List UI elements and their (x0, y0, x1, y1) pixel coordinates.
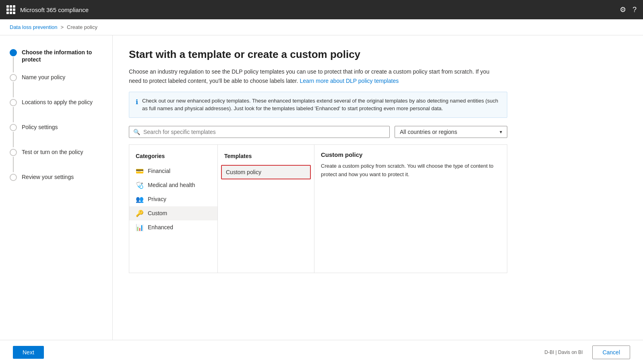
step-circle-3 (10, 99, 17, 106)
chevron-down-icon: ▾ (500, 129, 502, 135)
step-connector-5 (10, 148, 17, 173)
topbar: Microsoft 365 compliance ⚙ ? (0, 0, 643, 19)
step-line-5 (13, 157, 14, 172)
step-connector-3 (10, 98, 17, 123)
detail-title: Custom policy (321, 151, 500, 158)
step-circle-2 (10, 74, 17, 81)
category-item-custom[interactable]: 🔑 Custom (129, 206, 217, 220)
step-line-4 (13, 132, 14, 147)
template-item-custom-policy[interactable]: Custom policy (221, 165, 311, 179)
enhanced-icon: 📊 (136, 224, 144, 231)
bottom-bar: Next D-BI | Davis on BI Cancel (0, 340, 643, 364)
user-info: D-BI | Davis on BI (544, 350, 583, 355)
settings-icon[interactable]: ⚙ (620, 5, 626, 14)
step-item-4: Policy settings (10, 123, 103, 148)
financial-icon: 💳 (136, 167, 144, 175)
template-label-custom-policy: Custom policy (226, 169, 261, 175)
step-label-4: Policy settings (22, 123, 58, 131)
categories-column: Categories 💳 Financial 🩺 Medical and hea… (129, 145, 218, 273)
detail-column: Custom policy Create a custom policy fro… (314, 145, 507, 273)
next-button[interactable]: Next (13, 346, 44, 359)
step-connector-4 (10, 123, 17, 148)
region-dropdown[interactable]: All countries or regions ▾ (395, 126, 507, 138)
detail-description: Create a custom policy from scratch. You… (321, 162, 500, 179)
step-item-5: Test or turn on the policy (10, 148, 103, 173)
step-connector-2 (10, 73, 17, 98)
category-label-medical: Medical and health (148, 182, 195, 188)
category-item-medical[interactable]: 🩺 Medical and health (129, 178, 217, 192)
breadcrumb: Data loss prevention > Create policy (0, 19, 643, 35)
step-line-3 (13, 107, 14, 122)
templates-header: Templates (218, 151, 314, 164)
category-item-privacy[interactable]: 👥 Privacy (129, 192, 217, 206)
step-connector-1 (10, 48, 17, 73)
step-label-2: Name your policy (22, 73, 65, 81)
breadcrumb-separator: > (61, 24, 64, 30)
search-icon: 🔍 (133, 129, 140, 135)
search-box[interactable]: 🔍 (129, 126, 390, 138)
learn-more-link[interactable]: Learn more about DLP policy templates (300, 78, 399, 84)
category-label-enhanced: Enhanced (148, 224, 173, 230)
category-label-privacy: Privacy (148, 196, 166, 202)
step-item-6: Review your settings (10, 173, 103, 181)
step-circle-5 (10, 149, 17, 156)
region-label: All countries or regions (400, 129, 457, 135)
step-item-3: Locations to apply the policy (10, 98, 103, 123)
step-circle-4 (10, 124, 17, 131)
help-icon[interactable]: ? (633, 6, 637, 14)
medical-icon: 🩺 (136, 181, 144, 189)
page-description: Choose an industry regulation to see the… (129, 67, 491, 85)
step-label-5: Test or turn on the policy (22, 148, 83, 156)
step-circle-6 (10, 174, 17, 181)
step-label-6: Review your settings (22, 173, 74, 181)
category-item-financial[interactable]: 💳 Financial (129, 164, 217, 178)
page-title: Start with a template or create a custom… (129, 48, 627, 61)
app-title: Microsoft 365 compliance (20, 6, 89, 13)
step-line-1 (13, 57, 14, 72)
info-icon: ℹ (136, 97, 138, 113)
waffle-icon[interactable] (6, 5, 15, 14)
main-layout: Choose the information to protect Name y… (0, 35, 643, 363)
custom-icon: 🔑 (136, 210, 144, 217)
categories-header: Categories (129, 151, 217, 164)
cancel-button[interactable]: Cancel (592, 345, 630, 359)
privacy-icon: 👥 (136, 195, 144, 203)
category-label-financial: Financial (148, 168, 170, 174)
search-input[interactable] (143, 129, 385, 135)
step-item-1: Choose the information to protect (10, 48, 103, 73)
templates-column: Templates Custom policy (218, 145, 314, 273)
info-banner: ℹ Check out our new enhanced policy temp… (129, 92, 507, 118)
step-circle-1 (10, 49, 17, 56)
topbar-left: Microsoft 365 compliance (6, 5, 89, 14)
filter-row: 🔍 All countries or regions ▾ (129, 126, 507, 138)
sidebar-stepper: Choose the information to protect Name y… (0, 35, 113, 363)
topbar-right: ⚙ ? (620, 5, 637, 14)
step-line-2 (13, 82, 14, 97)
step-label-1: Choose the information to protect (22, 48, 103, 63)
step-item-2: Name your policy (10, 73, 103, 98)
category-item-enhanced[interactable]: 📊 Enhanced (129, 220, 217, 234)
three-column-panel: Categories 💳 Financial 🩺 Medical and hea… (129, 144, 507, 273)
step-label-3: Locations to apply the policy (22, 98, 93, 106)
category-label-custom: Custom (148, 210, 167, 216)
content-area: Start with a template or create a custom… (113, 35, 643, 363)
breadcrumb-parent[interactable]: Data loss prevention (10, 24, 58, 30)
info-banner-text: Check out our new enhanced policy templa… (142, 97, 500, 113)
breadcrumb-current: Create policy (67, 24, 97, 30)
step-connector-6 (10, 173, 17, 181)
